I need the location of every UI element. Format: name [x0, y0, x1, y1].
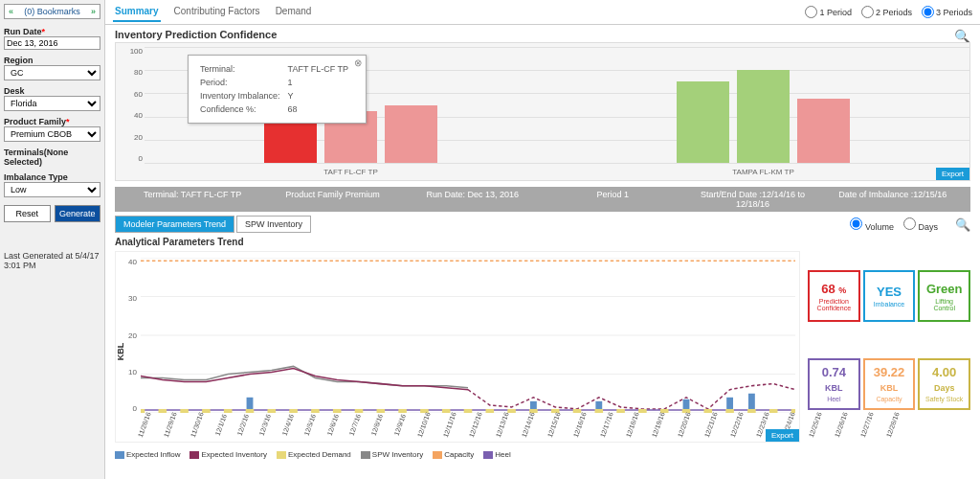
chart-tooltip: ⊗ Terminal:TAFT FL-CF TP Period:1 Invent…	[188, 55, 367, 124]
period-2-radio[interactable]: 2 Periods	[861, 6, 912, 18]
kpi-card: 0.74 KBLHeel	[808, 358, 860, 410]
imbalance-type-label: Imbalance Type	[4, 172, 100, 182]
svg-rect-40	[769, 409, 778, 413]
confidence-chart: 100806040200 TAFT FL-CF TPTAMPA FL-KM TP…	[115, 42, 970, 181]
run-date-input[interactable]	[4, 36, 100, 50]
svg-rect-31	[638, 409, 647, 413]
volume-radio[interactable]: Volume	[850, 217, 894, 232]
product-family-label: Product Family*	[4, 117, 100, 126]
trend-chart: KBL 403020100 11/28/1611/29/1611/30/1612…	[115, 251, 800, 443]
run-date-label: Run Date*	[4, 27, 100, 36]
region-select[interactable]: GC	[4, 65, 100, 80]
svg-rect-16	[355, 409, 364, 413]
chart2-title: Analytical Parameters Trend	[115, 237, 970, 247]
kpi-card: 4.00 DaysSafety Stock	[918, 358, 970, 410]
subtab-modeler-parameters[interactable]: Modeler Parameters Trend	[115, 216, 234, 233]
svg-rect-23	[507, 409, 516, 413]
subtab-spw-inventory[interactable]: SPW Inventory	[236, 216, 311, 233]
svg-rect-29	[595, 409, 604, 413]
product-family-select[interactable]: Premium CBOB	[4, 126, 100, 142]
tab-demand[interactable]: Demand	[274, 2, 314, 22]
svg-rect-7	[180, 409, 189, 413]
svg-rect-12	[268, 409, 277, 413]
svg-rect-30	[616, 409, 625, 413]
bar[interactable]	[385, 105, 437, 164]
svg-rect-11	[246, 409, 255, 413]
svg-rect-15	[333, 409, 342, 413]
period-3-radio[interactable]: 3 Periods	[922, 6, 972, 18]
kpi-card: 39.22 KBLCapacity	[863, 358, 916, 410]
days-radio[interactable]: Days	[903, 217, 938, 232]
chevron-right-icon: »	[91, 7, 96, 16]
terminals-label: Terminals(None Selected)	[4, 148, 100, 167]
bar[interactable]	[797, 99, 850, 163]
svg-rect-22	[486, 409, 495, 413]
svg-rect-14	[311, 409, 320, 413]
svg-rect-13	[289, 409, 298, 413]
chart1-title: Inventory Prediction Confidence	[115, 29, 970, 40]
tab-contributing-factors[interactable]: Contributing Factors	[172, 2, 262, 22]
zoom-icon[interactable]: 🔍	[955, 217, 970, 232]
kpi-card: 68 %Prediction Confidence	[808, 270, 860, 322]
bar[interactable]	[677, 81, 729, 163]
bar[interactable]	[737, 70, 790, 163]
period-1-radio[interactable]: 1 Period	[805, 6, 852, 18]
chevron-left-icon: «	[9, 7, 13, 16]
export-button[interactable]: Export	[766, 429, 799, 442]
close-icon[interactable]: ⊗	[354, 57, 362, 68]
svg-rect-39	[747, 409, 756, 413]
svg-rect-37	[725, 409, 734, 413]
svg-rect-21	[464, 409, 473, 413]
desk-label: Desk	[4, 86, 100, 96]
imbalance-type-select[interactable]: Low	[4, 182, 100, 197]
export-button[interactable]: Export	[936, 168, 969, 180]
last-generated-text: Last Generated at 5/4/17 3:01 PM	[4, 251, 100, 270]
svg-rect-6	[159, 409, 167, 413]
reset-button[interactable]: Reset	[4, 205, 51, 222]
svg-rect-9	[224, 409, 233, 413]
bookmarks-bar[interactable]: « (0) Bookmarks »	[4, 4, 100, 19]
kpi-card: YES Imbalance	[863, 270, 916, 322]
svg-rect-20	[442, 409, 451, 413]
kpi-card: Green Lifting Control	[918, 270, 970, 322]
info-bar: Terminal: TAFT FL-CF TPProduct Family Pr…	[115, 187, 970, 212]
generate-button[interactable]: Generate	[55, 205, 101, 222]
desk-select[interactable]: Florida	[4, 96, 100, 111]
tab-summary[interactable]: Summary	[113, 2, 161, 22]
legend: Expected InflowExpected InventoryExpecte…	[105, 446, 980, 463]
region-label: Region	[4, 56, 100, 65]
